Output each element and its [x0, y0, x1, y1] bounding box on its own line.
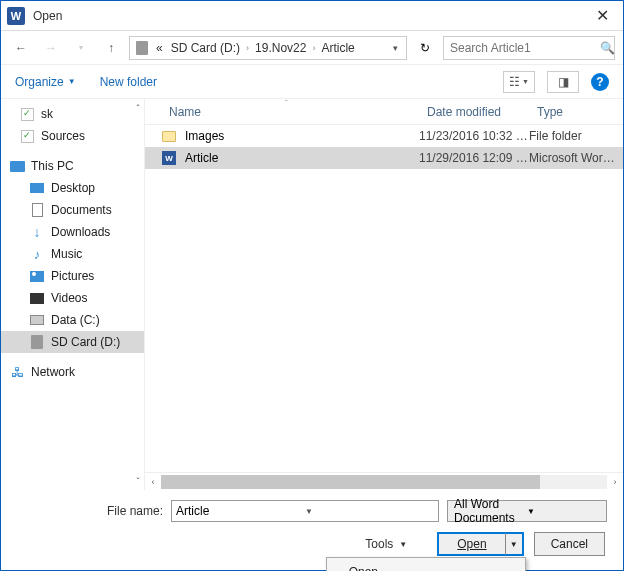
filter-dropdown-icon: ▼ — [527, 507, 600, 516]
window-title: Open — [33, 9, 587, 23]
location-icon — [134, 40, 150, 56]
pictures-icon — [29, 268, 45, 284]
horizontal-scrollbar[interactable]: ‹ › — [145, 472, 623, 490]
help-icon[interactable]: ? — [591, 73, 609, 91]
tree-item-videos[interactable]: Videos — [1, 287, 144, 309]
tree-scroll-up[interactable]: ˆ — [134, 103, 142, 113]
toolbar: Organize ▼ New folder ☷ ▼ ◨ ? — [1, 65, 623, 99]
view-options-button[interactable]: ☷ ▼ — [503, 71, 535, 93]
tree-item-sdcard[interactable]: SD Card (D:) — [1, 331, 144, 353]
tree-item-network[interactable]: 🖧Network — [1, 361, 144, 383]
open-button[interactable]: Open — [439, 533, 505, 555]
filename-input[interactable]: Article ▼ — [171, 500, 439, 522]
tree-item-data-c[interactable]: Data (C:) — [1, 309, 144, 331]
file-list-pane: ˆ Name Date modified Type Images 11/23/2… — [145, 99, 623, 490]
refresh-button[interactable]: ↻ — [413, 36, 437, 60]
filetype-filter[interactable]: All Word Documents ▼ — [447, 500, 607, 522]
new-folder-button[interactable]: New folder — [100, 75, 157, 89]
file-row-article[interactable]: WArticle 11/29/2016 12:09 … Microsoft Wo… — [145, 147, 623, 169]
col-type[interactable]: Type — [529, 105, 623, 119]
filename-dropdown-icon[interactable]: ▼ — [301, 507, 434, 516]
scroll-track[interactable] — [161, 475, 607, 489]
disk-icon — [29, 312, 45, 328]
open-dropdown-button[interactable]: ▼ — [506, 540, 522, 549]
preview-pane-button[interactable]: ◨ — [547, 71, 579, 93]
tree-item-thispc[interactable]: This PC — [1, 155, 144, 177]
chevron-down-icon: ▼ — [399, 540, 407, 549]
tools-menu[interactable]: Tools ▼ — [365, 537, 407, 551]
search-icon[interactable]: 🔍 — [600, 41, 615, 55]
breadcrumb[interactable]: « SD Card (D:) › 19.Nov22 › Article ▾ — [129, 36, 407, 60]
chevron-down-icon: ▼ — [68, 77, 76, 86]
close-button[interactable]: ✕ — [587, 1, 617, 31]
word-app-icon: W — [7, 7, 25, 25]
thispc-icon — [9, 158, 25, 174]
filename-value: Article — [176, 504, 301, 518]
back-button[interactable]: ← — [9, 36, 33, 60]
nav-bar: ← → ▾ ↑ « SD Card (D:) › 19.Nov22 › Arti… — [1, 31, 623, 65]
music-icon: ♪ — [29, 246, 45, 262]
tree-item-music[interactable]: ♪Music — [1, 243, 144, 265]
organize-menu[interactable]: Organize ▼ — [15, 75, 76, 89]
dialog-footer: File name: Article ▼ All Word Documents … — [1, 490, 623, 570]
nav-tree[interactable]: sk Sources This PC Desktop Documents ↓Do… — [1, 99, 145, 490]
tree-item-downloads[interactable]: ↓Downloads — [1, 221, 144, 243]
document-icon — [29, 202, 45, 218]
filename-label: File name: — [17, 504, 163, 518]
folder-sync-icon — [19, 128, 35, 144]
up-button[interactable]: ↑ — [99, 36, 123, 60]
network-icon: 🖧 — [9, 364, 25, 380]
tree-item-documents[interactable]: Documents — [1, 199, 144, 221]
scroll-right-icon[interactable]: › — [607, 477, 623, 487]
chevron-right-icon: › — [312, 43, 315, 53]
folder-icon — [161, 128, 177, 144]
crumb-0[interactable]: SD Card (D:) — [169, 41, 242, 55]
videos-icon — [29, 290, 45, 306]
scroll-thumb[interactable] — [161, 475, 540, 489]
crumb-prefix: « — [154, 41, 165, 55]
col-date[interactable]: Date modified — [419, 105, 529, 119]
crumb-2[interactable]: Article — [319, 41, 356, 55]
search-input[interactable] — [450, 41, 600, 55]
tree-item-sources[interactable]: Sources — [1, 125, 144, 147]
downloads-icon: ↓ — [29, 224, 45, 240]
tree-item-sk[interactable]: sk — [1, 103, 144, 125]
chevron-right-icon: › — [246, 43, 249, 53]
cancel-button[interactable]: Cancel — [534, 532, 605, 556]
col-name[interactable]: Name — [161, 105, 419, 119]
open-dropdown-menu: Open Open Read-Only Open as Copy Open in… — [326, 557, 526, 571]
tree-item-pictures[interactable]: Pictures — [1, 265, 144, 287]
breadcrumb-dropdown[interactable]: ▾ — [389, 43, 402, 53]
menu-open[interactable]: Open — [329, 561, 523, 571]
file-rows[interactable]: Images 11/23/2016 10:32 … File folder WA… — [145, 125, 623, 472]
tree-item-desktop[interactable]: Desktop — [1, 177, 144, 199]
sdcard-icon — [29, 334, 45, 350]
open-split-button[interactable]: Open ▼ — [437, 532, 523, 556]
scroll-left-icon[interactable]: ‹ — [145, 477, 161, 487]
tree-scroll-down[interactable]: ˇ — [134, 476, 142, 486]
file-row-images[interactable]: Images 11/23/2016 10:32 … File folder — [145, 125, 623, 147]
title-bar: W Open ✕ — [1, 1, 623, 31]
forward-button[interactable]: → — [39, 36, 63, 60]
folder-sync-icon — [19, 106, 35, 122]
word-doc-icon: W — [161, 150, 177, 166]
recent-dropdown[interactable]: ▾ — [69, 36, 93, 60]
sort-indicator-icon: ˆ — [285, 98, 288, 107]
column-headers: ˆ Name Date modified Type — [145, 99, 623, 125]
desktop-icon — [29, 180, 45, 196]
search-box[interactable]: 🔍 — [443, 36, 615, 60]
crumb-1[interactable]: 19.Nov22 — [253, 41, 308, 55]
open-dialog: W Open ✕ ← → ▾ ↑ « SD Card (D:) › 19.Nov… — [0, 0, 624, 571]
dialog-body: sk Sources This PC Desktop Documents ↓Do… — [1, 99, 623, 490]
